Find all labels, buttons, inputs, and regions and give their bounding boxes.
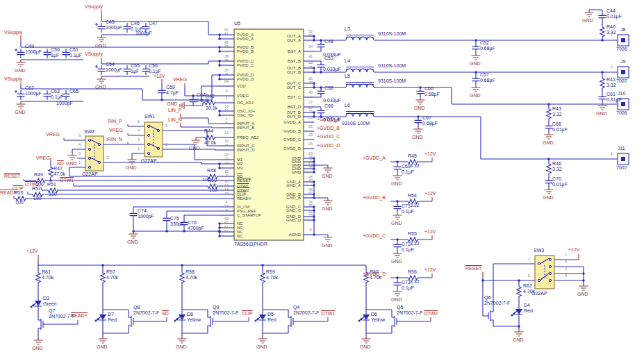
cap-c50[interactable] [44,49,51,58]
cap-c67[interactable] [415,117,422,126]
inductor-l5[interactable] [346,83,374,88]
c47-ref: C47 [149,21,158,26]
led-d5[interactable] [255,312,266,323]
inductor-l6[interactable] [346,112,374,117]
pin-number-47: 47 [302,192,319,196]
cap-c73[interactable] [394,279,402,289]
mosfet-q6[interactable] [484,308,493,324]
c65-ref: C65 [69,89,79,94]
q6-ref: Q6 [484,295,490,300]
cap-c74[interactable] [130,210,138,219]
c63-val: 0.1µF [51,94,63,99]
d7-ref: D7 [108,312,114,317]
d5-ref: D5 [267,312,274,317]
cap-c55[interactable] [124,65,131,75]
j8-pin1: 1 [611,33,613,37]
c56-val: 0.1µF [149,69,161,74]
pin-number-29: 29 [302,110,319,115]
gnd-ic-3: GND [322,243,333,248]
cap-c68[interactable] [545,122,553,132]
inductor-l4[interactable] [346,67,374,73]
gnd-sw1: GND [126,165,137,170]
j9-val: 7007 [616,78,627,83]
cap-c69[interactable] [394,163,402,173]
res-r58[interactable] [180,271,184,285]
res-r57[interactable] [101,271,105,285]
r57-val: 4.70k [106,275,118,280]
cap-c61[interactable] [599,93,606,103]
mosfet-q9[interactable] [208,313,217,330]
res-r44[interactable] [203,135,217,140]
mosfet-q5[interactable] [392,313,402,330]
led-d7[interactable] [95,312,106,323]
cap-c65[interactable] [63,90,70,100]
c60-val: 0.68µF [424,92,440,96]
res-r59[interactable] [261,271,265,285]
net-gvdd-c-2: +GVDD_C [363,233,386,238]
r59-ref: R59 [266,269,275,274]
c49-ref: C49 [25,44,34,49]
cap-c54[interactable] [95,65,106,75]
pin-number-2: 2 [218,174,235,178]
cap-c45[interactable] [95,23,106,33]
led-d4[interactable] [511,306,522,317]
cap-c60[interactable] [417,87,424,97]
r41-ref: R41 [606,77,616,82]
cap-c44[interactable] [599,12,606,22]
res-r43[interactable] [547,107,551,121]
res-r47[interactable] [49,165,53,179]
pin-number-41: 41 [302,55,319,59]
res-r41[interactable] [600,76,604,90]
j11-ref: J11 [618,146,625,151]
mosfet-q8[interactable] [129,313,138,330]
switch-sw3[interactable] [535,255,554,289]
cap-c70[interactable] [545,177,553,187]
r50-val: 100 [209,187,217,192]
c45-ref: C45 [106,19,115,24]
cap-c59[interactable] [158,87,166,96]
sw1-ref: SW1 [145,114,155,119]
cap-c52[interactable] [472,43,480,53]
connector-j11[interactable] [618,153,629,165]
inductor-l3[interactable] [346,35,374,41]
pin-name-gnd_b-47: GND_B [256,196,301,200]
cap-c57[interactable] [472,75,480,85]
net-lin-p: LIN_P [168,108,181,112]
cap-c64[interactable] [190,96,197,106]
cap-c71[interactable] [394,203,402,212]
mosfet-q4[interactable] [288,313,298,330]
c58-val: 0.033µF [323,98,341,103]
sw1-pin6: 6 [138,120,140,124]
gnd-sw2: GND [66,161,77,166]
c70-ref: C70 [552,176,561,181]
led-d3[interactable] [31,298,42,309]
c74-val: 1000pF [138,214,154,219]
cap-c75[interactable] [163,215,171,224]
connector-j8[interactable] [618,35,629,46]
net-reset-2: RESET [465,266,481,271]
r47-ref: R47 [53,166,63,171]
res-r40[interactable] [600,25,604,39]
gnd-r43: GND [543,140,554,145]
net-12v-c: +12V [424,229,436,234]
res-r61[interactable] [36,271,40,285]
connector-j9[interactable] [618,67,629,78]
switch-sw2[interactable] [85,136,104,171]
switch-sw1[interactable] [145,122,163,157]
led-d8[interactable] [174,312,185,323]
mosfet-q7[interactable] [38,316,48,333]
res-r46[interactable] [547,162,551,176]
cap-c72[interactable] [394,241,402,251]
d7-val: Red [108,317,117,322]
cap-c63[interactable] [44,90,51,100]
cap-c62[interactable] [15,90,25,100]
c58-ref: C58 [324,85,333,90]
cap-c51[interactable] [63,49,70,58]
c55-ref: C55 [131,63,140,68]
cap-c46[interactable] [124,23,131,33]
res-r62[interactable] [517,285,521,299]
pin-name-input_b-5: INPUT_B [237,126,254,130]
led-d6[interactable] [358,312,370,323]
cap-c49[interactable] [15,49,25,58]
j10-val: 7006 [616,110,627,115]
